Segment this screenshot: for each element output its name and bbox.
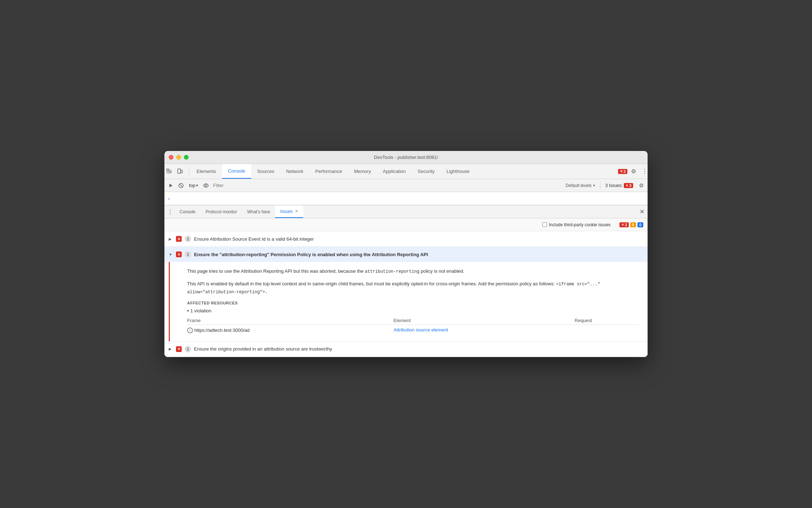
top-right-toolbar: ✕ 3 ⚙ ⋮ [616,168,648,175]
eye-icon[interactable] [202,181,210,190]
svg-marker-3 [169,184,172,187]
minimize-button[interactable] [176,155,181,160]
default-levels-dropdown[interactable]: Default levels ▾ [564,182,597,189]
separator [189,168,189,175]
issues-count-bar: ✕ 3 0 0 [619,222,643,227]
third-party-checkbox-label[interactable]: Include third-party cookie issues [542,222,610,227]
issue-title-2: Ensure the "attribution-reporting" Permi… [194,252,428,257]
issues-filter-bar: Include third-party cookie issues ✕ 3 0 … [164,218,648,231]
svg-rect-1 [178,169,181,173]
devtools-body: Elements Console Sources Network Perform… [164,164,648,357]
traffic-lights [169,155,189,160]
console-prompt-area: › [164,192,648,205]
frame-icon: i https://adtech.test:3000/ad [187,327,250,333]
tab-console[interactable]: Console [222,164,251,179]
error-badge: ✕ 3 [618,169,627,174]
clear-console-icon[interactable] [177,181,185,190]
issue-body-2: This page tries to use the Attribution R… [169,262,648,341]
element-cell: Attribution source element [393,325,574,335]
bottom-tab-issues[interactable]: Issues ✕ [275,205,303,218]
main-toolbar-icons [164,167,185,176]
issue-title-3: Ensure the origins provided in an attrib… [194,346,332,352]
issues-panel: Include third-party cookie issues ✕ 3 0 … [164,218,648,357]
issue-error-icon-2: ✕ [176,251,182,257]
issues-error-badge: ✕ 3 [619,222,629,227]
chevron-down-icon: ▾ [593,183,595,187]
issue-title-1: Ensure Attribution Source Event Id is a … [194,236,314,242]
col-header-frame: Frame [187,316,393,325]
affected-resources: AFFECTED RESOURCES ▾ 1 violation Frame E… [187,301,639,335]
violation-toggle[interactable]: ▾ 1 violation [187,308,639,313]
tab-application[interactable]: Application [377,164,412,179]
device-toolbar-icon[interactable] [175,167,185,176]
bottom-panel: ⋮ Console Protocol monitor What's New Is… [164,205,648,357]
close-button[interactable] [169,155,173,160]
issue-collapse-arrow-3: ▶ [169,347,173,351]
error-count-badge: ✕ 3 [624,183,633,188]
tab-memory[interactable]: Memory [348,164,377,179]
frame-url-cell: i https://adtech.test:3000/ad [187,325,393,335]
issue-header-3[interactable]: ▶ ✕ 1 Ensure the origins provided in an … [164,342,648,357]
tab-performance[interactable]: Performance [309,164,348,179]
col-header-element: Element [393,316,574,325]
svg-point-6 [205,184,207,186]
tab-security[interactable]: Security [412,164,441,179]
issue-expand-arrow-2: ▼ [169,253,173,257]
violation-arrow-icon: ▾ [187,309,189,313]
console-toolbar: top ▾ Default levels ▾ 3 Issues: ✕ 3 [164,179,648,192]
attribution-source-link[interactable]: Attribution source element [393,327,448,333]
issues-badge[interactable]: 3 Issues: ✕ 3 [603,182,635,189]
maximize-button[interactable] [184,155,189,160]
tab-network[interactable]: Network [281,164,310,179]
table-row: i https://adtech.test:3000/ad Attributio… [187,325,639,335]
issue-count-2: 1 [185,251,191,258]
frame-circle-icon: i [187,327,193,333]
bottom-tab-console[interactable]: Console [175,205,200,218]
issue-collapse-arrow-1: ▶ [169,237,173,241]
resource-table: Frame Element Request [187,316,639,335]
tab-sources[interactable]: Sources [251,164,281,179]
issue-desc-p2: This API is enabled by default in the to… [187,280,639,295]
third-party-checkbox[interactable] [542,222,547,227]
issue-count-3: 1 [185,346,191,352]
bottom-panel-dots[interactable]: ⋮ [166,205,175,218]
issue-error-icon-3: ✕ [176,346,182,352]
tab-lighthouse[interactable]: Lighthouse [441,164,476,179]
request-cell [575,325,639,335]
bottom-tabs-bar: ⋮ Console Protocol monitor What's New Is… [164,205,648,218]
tab-elements[interactable]: Elements [191,164,222,179]
close-bottom-panel-icon[interactable]: ✕ [637,205,646,218]
execute-icon[interactable] [167,181,175,190]
col-header-request: Request [575,316,639,325]
inspect-icon[interactable] [164,167,174,176]
issue-header-1[interactable]: ▶ ✕ 1 Ensure Attribution Source Event Id… [164,231,648,246]
settings-icon[interactable]: ⚙ [631,168,636,175]
issue-count-1: 1 [185,236,191,242]
main-nav-tabs: Elements Console Sources Network Perform… [164,164,648,179]
issue-header-2[interactable]: ▼ ✕ 1 Ensure the "attribution-reporting"… [164,247,648,262]
issue-error-icon-1: ✕ [176,236,182,242]
issue-item-2: ▼ ✕ 1 Ensure the "attribution-reporting"… [164,247,648,342]
svg-rect-0 [167,169,169,171]
window-title: DevTools - publisher.test:8081/ [374,155,438,160]
filter-input[interactable] [212,181,562,190]
affected-title: AFFECTED RESOURCES [187,301,639,305]
issue-item-3: ▶ ✕ 1 Ensure the origins provided in an … [164,342,648,357]
svg-line-5 [180,184,182,187]
issue-item-1: ▶ ✕ 1 Ensure Attribution Source Event Id… [164,231,648,247]
issues-info-badge: 0 [637,222,643,227]
top-context-dropdown[interactable]: top ▾ [187,182,200,189]
issue-desc-p1: This page tries to use the Attribution R… [187,268,639,275]
chevron-right-icon: › [168,196,170,201]
title-bar: DevTools - publisher.test:8081/ [164,151,648,164]
bottom-tab-protocol-monitor[interactable]: Protocol monitor [200,205,242,218]
console-settings-icon[interactable]: ⚙ [637,181,645,190]
svg-rect-2 [181,170,182,173]
issues-count-badge[interactable]: ✕ 3 [616,169,630,174]
chevron-down-icon: ▾ [196,183,198,187]
more-options-icon[interactable]: ⋮ [642,168,648,175]
separator [600,182,600,189]
bottom-tab-whats-new[interactable]: What's New [242,205,275,218]
issues-warning-badge: 0 [630,222,636,227]
close-issues-tab-icon[interactable]: ✕ [295,209,298,214]
